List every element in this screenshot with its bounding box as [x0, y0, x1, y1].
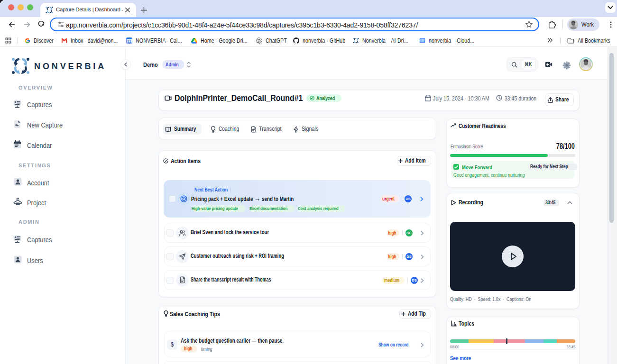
svg-text:21: 21 [127, 39, 131, 44]
